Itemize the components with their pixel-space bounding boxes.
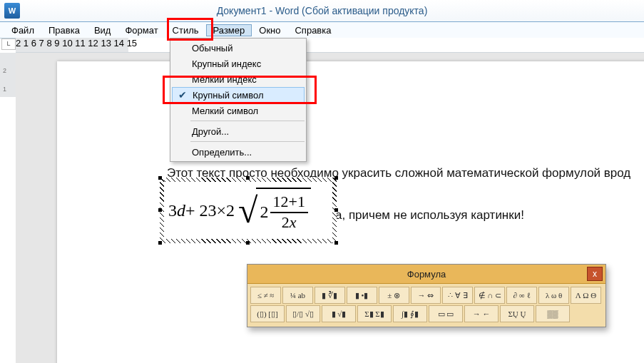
tb-misc[interactable]: ∂ ∞ ℓ xyxy=(506,287,537,304)
tb-set[interactable]: ∉ ∩ ⊂ xyxy=(474,287,505,304)
menu-edit[interactable]: Правка xyxy=(41,24,87,36)
vertical-ruler[interactable]: 2 1 xyxy=(0,53,16,363)
tb-frac-root[interactable]: ▯/▯ √▯ xyxy=(286,305,320,322)
tb-sum[interactable]: Σ▮ Σ▮ xyxy=(357,305,392,322)
tb-products[interactable]: ΣŲ Ų xyxy=(500,305,534,322)
vruler-tick: 1 xyxy=(3,86,6,93)
menu-view[interactable]: Вид xyxy=(87,24,118,36)
dd-normal[interactable]: Обычный xyxy=(170,40,306,56)
formula-close-button[interactable]: x xyxy=(587,267,603,281)
formula-toolbar-body: ≤ ≠ ≈ ¼ ab ▮ ∛▮ ▮ •▮ ± ⊗ → ⇔ ∴ ∀ ∃ ∉ ∩ ⊂… xyxy=(247,284,605,327)
size-dropdown: Обычный Крупный индекс Мелкий индекс ✔ К… xyxy=(170,38,307,162)
menubar: Файл Правка Вид Формат Стиль Размер Окно… xyxy=(0,22,644,39)
dd-separator xyxy=(190,141,305,142)
dd-define[interactable]: Определить... xyxy=(170,144,306,160)
tb-matrix[interactable]: ▒▒ xyxy=(536,305,570,322)
paragraph-line-2[interactable]: а, причем не используя картинки! xyxy=(335,208,524,223)
tb-arrows[interactable]: → ⇔ xyxy=(411,287,441,304)
tb-subsup[interactable]: ▮ √▮ xyxy=(322,305,356,322)
menu-format[interactable]: Формат xyxy=(118,24,165,36)
dd-large-symbol[interactable]: ✔ Крупный символ xyxy=(172,87,305,103)
menu-file[interactable]: Файл xyxy=(4,24,41,36)
tb-greek-upper[interactable]: Λ Ω Θ xyxy=(571,287,601,304)
tb-plusminus[interactable]: ± ⊗ xyxy=(379,287,409,304)
tb-over-under[interactable]: ▭ ▭ xyxy=(429,305,463,322)
dd-small-index[interactable]: Мелкий индекс xyxy=(170,71,306,87)
horizontal-ruler[interactable] xyxy=(16,38,644,53)
menu-style[interactable]: Стиль xyxy=(165,24,206,36)
dd-large-index[interactable]: Крупный индекс xyxy=(170,56,306,71)
dd-small-symbol[interactable]: Мелкий символ xyxy=(170,103,306,118)
eq-den-num: 2 xyxy=(282,213,290,231)
eq-fraction: 12+1 2x xyxy=(270,193,308,230)
tb-operators[interactable]: ▮ •▮ xyxy=(347,287,377,304)
dd-separator xyxy=(190,121,305,121)
word-icon: W xyxy=(4,3,20,19)
tb-logic[interactable]: ∴ ∀ ∃ xyxy=(442,287,473,304)
tb-labeled-arrow[interactable]: → ← xyxy=(464,305,499,322)
formula-toolbar-window[interactable]: Формула x ≤ ≠ ≈ ¼ ab ▮ ∛▮ ▮ •▮ ± ⊗ → ⇔ ∴… xyxy=(247,264,606,327)
check-icon: ✔ xyxy=(178,90,187,100)
tb-integral[interactable]: ∫▮ ∮▮ xyxy=(393,305,427,322)
ruler-corner[interactable]: L xyxy=(1,39,16,50)
eq-numerator: 12+1 xyxy=(270,193,308,210)
equation-content: 3 d + 23×2 √ 2 12+1 2x xyxy=(164,182,332,239)
tb-fences[interactable]: (▯) [▯] xyxy=(250,305,285,322)
menu-help[interactable]: Справка xyxy=(287,24,338,36)
equation-object[interactable]: 3 d + 23×2 √ 2 12+1 2x xyxy=(164,182,332,239)
formula-titlebar[interactable]: Формула x xyxy=(247,265,605,284)
eq-rest: + 23×2 xyxy=(185,201,235,220)
eq-3: 3 xyxy=(168,201,177,220)
tb-spaces[interactable]: ¼ ab xyxy=(282,287,313,304)
toolbar-row-2: (▯) [▯] ▯/▯ √▯ ▮ √▮ Σ▮ Σ▮ ∫▮ ∮▮ ▭ ▭ → ← … xyxy=(250,305,603,322)
eq-radical: √ 2 12+1 2x xyxy=(236,188,311,234)
window-title: Документ1 - Word (Сбой активации продукт… xyxy=(217,5,428,16)
tb-relational[interactable]: ≤ ≠ ≈ xyxy=(250,287,281,304)
tb-embellish[interactable]: ▮ ∛▮ xyxy=(315,287,345,304)
vruler-tick: 2 xyxy=(3,67,6,74)
menu-window[interactable]: Окно xyxy=(252,24,287,36)
dd-large-symbol-label: Крупный символ xyxy=(193,90,264,101)
eq-inner-coef: 2 xyxy=(260,203,269,222)
toolbar-row-1: ≤ ≠ ≈ ¼ ab ▮ ∛▮ ▮ •▮ ± ⊗ → ⇔ ∴ ∀ ∃ ∉ ∩ ⊂… xyxy=(250,287,603,304)
menu-size[interactable]: Размер xyxy=(206,24,252,36)
eq-d: d xyxy=(177,201,185,220)
dd-other[interactable]: Другой... xyxy=(170,123,306,139)
formula-title-text: Формула xyxy=(407,269,446,280)
eq-den-var: x xyxy=(290,213,297,231)
tb-greek-lower[interactable]: λ ω θ xyxy=(538,287,569,304)
titlebar: W Документ1 - Word (Сбой активации проду… xyxy=(0,0,644,22)
